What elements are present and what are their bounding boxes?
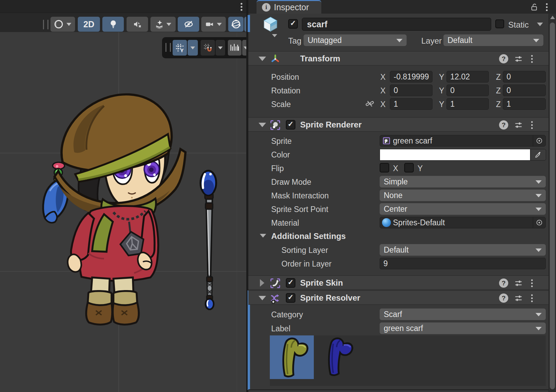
sprite-renderer-foldout[interactable] bbox=[259, 123, 266, 127]
snap-increment-dropdown[interactable] bbox=[242, 40, 246, 56]
component-menu-kebab-icon[interactable] bbox=[530, 293, 534, 303]
flip-y-checkbox[interactable] bbox=[404, 163, 414, 172]
sprite-renderer-enabled-checkbox[interactable] bbox=[286, 120, 295, 130]
sprite-resolver-foldout[interactable] bbox=[259, 296, 266, 300]
sprite-renderer-header[interactable]: Sprite Renderer bbox=[248, 117, 548, 132]
sprite-variant-blue-scarf[interactable] bbox=[319, 335, 356, 378]
static-dropdown-arrow[interactable] bbox=[537, 22, 543, 26]
presets-icon[interactable] bbox=[514, 120, 523, 130]
sprite-skin-foldout[interactable] bbox=[260, 279, 264, 287]
category-dropdown[interactable]: Scarf bbox=[380, 308, 546, 320]
grid-snapping-dropdown[interactable] bbox=[216, 40, 225, 56]
toolbar-drag-handle[interactable] bbox=[165, 43, 171, 52]
sprite-sort-point-dropdown[interactable]: Center bbox=[380, 203, 546, 215]
chevron-down-icon bbox=[218, 46, 223, 49]
static-label: Static bbox=[508, 20, 529, 30]
eyedropper-button[interactable] bbox=[530, 149, 546, 161]
tag-dropdown[interactable]: Untagged bbox=[304, 34, 407, 46]
sprite-label: Sprite bbox=[271, 137, 292, 146]
scale-y-field[interactable] bbox=[447, 98, 489, 110]
scrollbar-thumb[interactable] bbox=[550, 22, 555, 389]
order-in-layer-field[interactable] bbox=[380, 258, 546, 269]
position-y-field[interactable] bbox=[447, 71, 489, 82]
chevron-down-icon bbox=[536, 208, 542, 211]
label-dropdown[interactable]: green scarf bbox=[380, 322, 546, 334]
scene-visibility-button[interactable] bbox=[178, 17, 199, 32]
gameobject-name-field[interactable] bbox=[302, 18, 491, 31]
green-scarf-thumbnail-icon bbox=[273, 335, 311, 378]
component-menu-kebab-icon[interactable] bbox=[530, 54, 534, 64]
color-swatch[interactable] bbox=[380, 149, 530, 161]
scene-lighting-button[interactable] bbox=[102, 17, 124, 32]
presets-icon[interactable] bbox=[514, 54, 523, 64]
effects-visibility-button[interactable] bbox=[150, 17, 176, 32]
audio-mute-button[interactable] bbox=[127, 17, 148, 32]
transform-header[interactable]: Transform bbox=[248, 51, 548, 65]
sprite-resolver-header[interactable]: Sprite Resolver bbox=[248, 290, 548, 305]
sorting-layer-dropdown[interactable]: Default bbox=[380, 244, 546, 256]
toolbar-drag-handle[interactable] bbox=[43, 20, 48, 29]
material-sphere-icon bbox=[382, 218, 391, 227]
help-icon[interactable] bbox=[499, 293, 508, 303]
help-icon[interactable] bbox=[499, 278, 508, 288]
presets-icon[interactable] bbox=[514, 278, 523, 288]
scene-viewport[interactable]: Y bbox=[0, 32, 246, 392]
flip-x-label: X bbox=[393, 164, 398, 173]
sprite-skin-enabled-checkbox[interactable] bbox=[286, 278, 295, 288]
component-menu-kebab-icon[interactable] bbox=[530, 120, 534, 130]
scale-label: Scale bbox=[271, 100, 291, 109]
gizmos-button[interactable] bbox=[228, 17, 244, 32]
rotation-y-field[interactable] bbox=[447, 85, 489, 96]
scale-x-field[interactable] bbox=[390, 98, 433, 110]
sprite-variant-green-scarf[interactable] bbox=[270, 335, 314, 379]
inspector-menu-kebab-icon[interactable] bbox=[544, 2, 549, 12]
2d-label: 2D bbox=[84, 19, 94, 29]
position-z-field[interactable] bbox=[503, 71, 546, 82]
object-picker-icon[interactable] bbox=[533, 217, 545, 228]
gameobject-icon-dropdown-arrow[interactable] bbox=[272, 34, 277, 37]
rotation-z-field[interactable] bbox=[503, 85, 546, 96]
character-sprite[interactable] bbox=[0, 32, 246, 392]
help-icon[interactable] bbox=[499, 54, 508, 63]
grid-snapping-button[interactable] bbox=[201, 40, 215, 56]
chevron-down-icon bbox=[536, 248, 542, 252]
grid-visibility-button[interactable]: Y bbox=[173, 40, 187, 56]
draw-mode-button[interactable] bbox=[50, 17, 75, 32]
scene-panel-menu-kebab-icon[interactable] bbox=[239, 2, 244, 12]
tab-inspector[interactable]: Inspector bbox=[257, 0, 321, 14]
gameobject-active-checkbox[interactable] bbox=[288, 19, 298, 29]
sprite-skin-header[interactable]: Sprite Skin bbox=[248, 275, 548, 290]
inspector-scrollbar[interactable] bbox=[548, 14, 556, 392]
scale-z-field[interactable] bbox=[503, 98, 546, 110]
rotation-x-field[interactable] bbox=[390, 85, 433, 96]
scene-toolbar: 2D bbox=[0, 13, 246, 32]
additional-settings-foldout[interactable] bbox=[260, 234, 266, 238]
axis-x-label: X bbox=[380, 73, 385, 82]
camera-settings-button[interactable] bbox=[201, 17, 226, 32]
position-x-field[interactable] bbox=[390, 71, 433, 82]
link-broken-icon[interactable] bbox=[365, 99, 375, 108]
grid-visibility-dropdown[interactable] bbox=[188, 40, 198, 56]
transform-foldout[interactable] bbox=[259, 57, 266, 61]
draw-mode-dropdown[interactable]: Simple bbox=[380, 176, 546, 187]
effects-star-icon bbox=[155, 19, 164, 29]
mask-interaction-dropdown[interactable]: None bbox=[380, 190, 546, 201]
component-menu-kebab-icon[interactable] bbox=[530, 278, 534, 288]
lock-open-icon[interactable] bbox=[530, 3, 539, 12]
material-object-field[interactable]: Sprites-Default bbox=[380, 217, 546, 228]
material-label: Material bbox=[271, 218, 299, 228]
static-checkbox[interactable] bbox=[495, 19, 504, 28]
presets-icon[interactable] bbox=[514, 293, 523, 303]
sprite-object-field[interactable]: green scarf bbox=[380, 135, 546, 147]
scrollbar-up-arrow-icon[interactable] bbox=[550, 16, 555, 19]
flip-x-checkbox[interactable] bbox=[380, 163, 389, 172]
help-icon[interactable] bbox=[499, 120, 508, 130]
sprite-resolver-enabled-checkbox[interactable] bbox=[286, 293, 295, 303]
layer-dropdown[interactable]: Default bbox=[443, 34, 543, 46]
tag-label: Tag bbox=[288, 36, 302, 46]
snap-increment-button[interactable] bbox=[228, 40, 242, 56]
2d-view-button[interactable]: 2D bbox=[78, 17, 100, 32]
inspector-panel: Inspector Static Tag Untagged Layer Defa… bbox=[248, 0, 556, 392]
object-picker-icon[interactable] bbox=[533, 135, 545, 146]
category-label: Category bbox=[271, 310, 303, 319]
